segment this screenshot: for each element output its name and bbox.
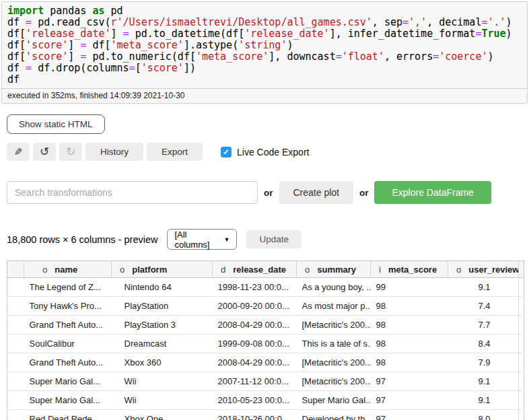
table-cell: 98 xyxy=(371,297,448,316)
table-cell: 98 xyxy=(371,335,448,353)
table-cell: Developed by th... xyxy=(297,410,371,420)
table-cell: [Metacritic's 200... xyxy=(297,353,371,372)
table-cell: 2008-04-29 00:0... xyxy=(213,353,297,372)
row-index-cell xyxy=(7,353,24,372)
column-name: name xyxy=(55,265,77,275)
row-index-cell xyxy=(7,410,24,420)
table-cell: Red Dead Rede... xyxy=(24,410,112,420)
table-cell: 2000-09-20 00:0... xyxy=(213,297,297,316)
table-row[interactable]: Super Mario Gal...Wii2010-05-23 00:0...S… xyxy=(7,391,524,410)
show-static-html-button[interactable]: Show static HTML xyxy=(7,114,105,134)
dtype-badge: o xyxy=(120,265,125,275)
table-cell: PlayStation xyxy=(112,297,213,316)
code-line: df['release_date'] = pd.to_datetime(df['… xyxy=(7,28,522,40)
dtype-badge: o xyxy=(42,265,47,275)
undo-icon: ↺ xyxy=(40,146,49,158)
code-line: df = df.drop(columns=['score']) xyxy=(7,63,522,74)
code-editor[interactable]: import pandas as pddf = pd.read_csv(r'/U… xyxy=(2,2,527,88)
dtype-badge: i xyxy=(379,265,381,275)
table-cell: 2007-11-12 00:0... xyxy=(213,372,297,391)
dataframe-table: onameoplatformdrelease_dateosummaryimeta… xyxy=(7,260,524,420)
checkmark-icon: ✓ xyxy=(223,147,230,157)
scrollbar-gutter xyxy=(519,261,524,278)
table-header-row: onameoplatformdrelease_dateosummaryimeta… xyxy=(7,261,524,278)
redo-button[interactable]: ↻ xyxy=(59,143,82,161)
table-cell: Super Mario Gal... xyxy=(24,391,112,410)
table-cell: Xbox One xyxy=(112,410,213,420)
table-cell: Tony Hawk's Pro... xyxy=(24,297,112,316)
scrollbar-gutter xyxy=(519,353,524,372)
column-header-meta_score[interactable]: imeta_score xyxy=(371,261,448,278)
table-cell: [Metacritic's 200... xyxy=(297,372,371,391)
table-cell: 7.7 xyxy=(448,316,519,335)
table-cell: Wii xyxy=(112,372,213,391)
table-cell: 98 xyxy=(371,316,448,335)
table-cell: PlayStation 3 xyxy=(112,316,213,335)
table-cell: 98 xyxy=(371,353,448,372)
table-cell: 2010-05-23 00:0... xyxy=(213,391,297,410)
table-cell: 97 xyxy=(371,391,448,410)
table-cell: Grand Theft Auto... xyxy=(24,353,112,372)
chevron-down-icon: ▼ xyxy=(224,236,230,243)
table-cell: 97 xyxy=(371,372,448,391)
row-index-cell xyxy=(7,335,24,353)
table-row[interactable]: The Legend of Z...Nintendo 641998-11-23 … xyxy=(7,278,524,297)
table-cell: 2018-10-26 00:0... xyxy=(213,410,297,420)
table-cell: 8.4 xyxy=(448,335,519,353)
table-row[interactable]: Red Dead Rede...Xbox One2018-10-26 00:0.… xyxy=(7,410,524,420)
scrollbar-gutter xyxy=(519,297,524,316)
column-header-release_date[interactable]: drelease_date xyxy=(213,261,297,278)
live-code-export-checkbox[interactable]: ✓ xyxy=(221,147,232,158)
live-code-export-toggle[interactable]: ✓ Live Code Export xyxy=(221,147,309,158)
scrollbar-gutter xyxy=(519,316,524,335)
preview-row: 18,800 rows × 6 columns - preview [All c… xyxy=(7,229,529,250)
dtype-badge: o xyxy=(456,265,461,275)
code-lines: import pandas as pddf = pd.read_csv(r'/U… xyxy=(7,5,522,85)
table-cell: 99 xyxy=(371,278,448,297)
table-cell: SoulCalibur xyxy=(24,335,112,353)
row-index-cell xyxy=(7,391,24,410)
table-cell: Grand Theft Auto... xyxy=(24,316,112,335)
table-row[interactable]: SoulCaliburDreamcast1999-09-08 00:0...Th… xyxy=(7,335,524,353)
create-plot-button[interactable]: Create plot xyxy=(279,181,353,204)
explore-dataframe-button[interactable]: Explore DataFrame xyxy=(374,181,491,204)
live-code-export-label: Live Code Export xyxy=(237,147,309,158)
code-line: df['score'] = pd.to_numeric(df['meta_sco… xyxy=(7,51,522,63)
column-filter-value: [All columns] xyxy=(174,230,219,250)
transformations-row: or Create plot or Explore DataFrame xyxy=(7,181,529,204)
history-button[interactable]: History xyxy=(85,143,143,161)
code-cell[interactable]: import pandas as pddf = pd.read_csv(r'/U… xyxy=(1,1,528,104)
search-transformations-input[interactable] xyxy=(7,181,258,204)
column-header-user_review[interactable]: ouser_review xyxy=(448,261,519,278)
table-cell: [Metacritic's 200... xyxy=(297,316,371,335)
scrollbar-gutter xyxy=(519,278,524,297)
table-cell: 9.1 xyxy=(448,372,519,391)
scrollbar-gutter xyxy=(519,410,524,420)
column-header-platform[interactable]: oplatform xyxy=(112,261,213,278)
execution-status: executed in 352ms, finished 14:09:39 202… xyxy=(2,88,527,103)
table-cell: The Legend of Z... xyxy=(24,278,112,297)
table-cell: 1998-11-23 00:0... xyxy=(213,278,297,297)
edit-button[interactable]: ✎ xyxy=(7,143,30,161)
row-index-cell xyxy=(7,316,24,335)
column-filter-select[interactable]: [All columns] ▼ xyxy=(167,229,237,250)
table-row[interactable]: Grand Theft Auto...Xbox 3602008-04-29 00… xyxy=(7,353,524,372)
table-cell: This is a tale of s... xyxy=(297,335,371,353)
export-button[interactable]: Export xyxy=(147,143,203,161)
dtype-badge: d xyxy=(221,265,225,275)
table-row[interactable]: Super Mario Gal...Wii2007-11-12 00:0...[… xyxy=(7,372,524,391)
table-cell: Dreamcast xyxy=(112,335,213,353)
table-cell: Nintendo 64 xyxy=(112,278,213,297)
column-header-name[interactable]: oname xyxy=(24,261,112,278)
row-index-cell xyxy=(7,278,24,297)
table-cell: 9.1 xyxy=(448,391,519,410)
update-button[interactable]: Update xyxy=(246,230,302,248)
undo-button[interactable]: ↺ xyxy=(33,143,56,161)
column-name: release_date xyxy=(233,265,286,275)
table-cell: As most major p... xyxy=(297,297,371,316)
table-row[interactable]: Grand Theft Auto...PlayStation 32008-04-… xyxy=(7,316,524,335)
column-header-summary[interactable]: osummary xyxy=(297,261,371,278)
scrollbar-gutter xyxy=(519,335,524,353)
table-cell: 2008-04-29 00:0... xyxy=(213,316,297,335)
table-row[interactable]: Tony Hawk's Pro...PlayStation2000-09-20 … xyxy=(7,297,524,316)
